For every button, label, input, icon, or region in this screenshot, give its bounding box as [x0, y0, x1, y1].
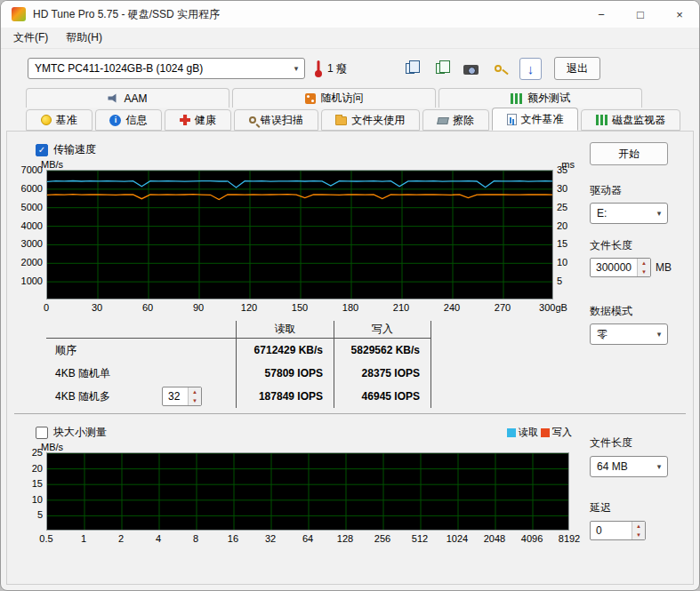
tab-label: 额外测试 — [527, 91, 570, 106]
tab-folder-usage[interactable]: 文件夹使用 — [321, 109, 421, 131]
block-size-sidebar: 文件长度 64 MB ▾ 延迟 0 ▲ ▼ — [590, 419, 689, 547]
sequential-write-value: 5829562 KB/s — [334, 339, 431, 362]
row-sequential-label: 顺序 — [46, 339, 236, 362]
tab-row-2: 基准 i 信息 健康 错误扫描 文件夹使用 擦除 — [26, 108, 683, 131]
tab-label: 文件夹使用 — [351, 113, 405, 128]
tab-disk-monitor[interactable]: 磁盘监视器 — [581, 109, 680, 131]
block-size-plot — [46, 452, 569, 531]
spin-down-icon[interactable]: ▼ — [638, 268, 650, 276]
4k-single-write-value: 28375 IOPS — [334, 362, 431, 385]
spinner-arrows: ▲ ▼ — [637, 259, 650, 276]
y-axis-unit: MB/s — [41, 159, 63, 170]
transfer-speed-graph: 1000200030004000500060007000 51015202530… — [11, 170, 590, 299]
temperature-display: 1 癈 — [314, 59, 347, 78]
app-icon — [12, 7, 26, 21]
block-file-length-label: 文件长度 — [590, 435, 689, 451]
transfer-speed-section: ✓ 传输速度 MB/s ms 1000200030004000500060007… — [11, 135, 689, 408]
block-file-length-select[interactable]: 64 MB ▾ — [590, 456, 668, 477]
chevron-down-icon: ▾ — [651, 209, 667, 218]
tab-health[interactable]: 健康 — [165, 109, 231, 131]
tab-random-access[interactable]: 随机访问 — [232, 88, 436, 108]
tab-label: 文件基准 — [521, 112, 564, 127]
exit-button[interactable]: 退出 — [554, 57, 600, 80]
copy-text-button[interactable] — [398, 58, 422, 79]
tab-benchmark[interactable]: 基准 — [26, 109, 93, 131]
spin-up-icon[interactable]: ▲ — [632, 522, 645, 531]
screenshot-button[interactable] — [459, 58, 482, 79]
read-legend-label: 读取 — [519, 426, 538, 439]
tab-label: 擦除 — [453, 113, 474, 128]
graph1-x-axis-labels: 0306090120150180210240270300gB — [46, 301, 553, 315]
read-column-header: 读取 — [236, 321, 334, 339]
row-4k-single-label: 4KB 随机单 — [46, 362, 236, 385]
block-size-graph: 510152025 — [11, 452, 590, 531]
legend: 读取 写入 — [507, 426, 572, 439]
spin-up-icon[interactable]: ▲ — [638, 259, 650, 268]
queue-depth-value: 32 — [163, 387, 188, 405]
spin-down-icon[interactable]: ▼ — [632, 531, 645, 539]
block-size-main: 块大小测量 读取 写入 MB/s 510152025 0.5124 — [11, 419, 590, 547]
menu-help[interactable]: 帮助(H) — [57, 28, 111, 48]
erase-icon — [437, 117, 449, 124]
spin-down-icon[interactable]: ▼ — [189, 396, 201, 405]
file-length-value: 300000 — [591, 259, 637, 276]
keys-icon — [495, 65, 502, 72]
disk-monitor-icon — [596, 115, 607, 125]
tab-file-benchmark[interactable]: 文件基准 — [492, 108, 579, 131]
4k-single-read-value: 57809 IOPS — [236, 362, 334, 385]
close-button[interactable]: × — [660, 1, 699, 28]
tab-erase[interactable]: 擦除 — [422, 109, 489, 131]
block-size-checkbox[interactable] — [36, 427, 48, 439]
copy-image-button[interactable] — [429, 58, 452, 79]
transfer-speed-plot — [46, 170, 553, 299]
delay-spinner[interactable]: 0 ▲ ▼ — [590, 521, 646, 540]
file-benchmark-panel: ✓ 传输速度 MB/s ms 1000200030004000500060007… — [6, 131, 694, 585]
tab-label: 磁盘监视器 — [612, 113, 665, 128]
chevron-down-icon: ▾ — [288, 64, 304, 73]
drive-letter-select[interactable]: E: ▾ — [590, 203, 668, 224]
drive-select-value: YMTC PC411-1024GB-B (1024 gB) — [35, 62, 203, 75]
tab-error-scan[interactable]: 错误扫描 — [234, 109, 318, 131]
spin-up-icon[interactable]: ▲ — [189, 387, 201, 396]
row-4k-multi-label: 4KB 随机多 32 ▲ ▼ — [46, 385, 236, 408]
copy-image-icon — [436, 63, 445, 74]
read-legend-swatch — [507, 428, 516, 437]
graph1-y-axis-labels: 1000200030004000500060007000 — [11, 170, 46, 299]
section-divider — [14, 413, 686, 414]
maximize-button[interactable]: □ — [621, 1, 660, 28]
block-size-section: 块大小测量 读取 写入 MB/s 510152025 0.5124 — [11, 419, 689, 547]
y-axis-unit: MB/s — [41, 442, 63, 452]
tab-label: 信息 — [125, 113, 147, 128]
minimize-button[interactable]: − — [582, 1, 621, 28]
write-legend-label: 写入 — [552, 426, 572, 439]
folder-usage-icon — [335, 116, 347, 125]
copy-text-icon — [406, 63, 414, 74]
random-access-icon — [305, 93, 316, 104]
tab-info[interactable]: i 信息 — [95, 109, 163, 131]
health-icon — [180, 115, 190, 125]
4k-multi-write-value: 46945 IOPS — [334, 385, 431, 408]
keys-button[interactable] — [489, 58, 512, 79]
toolbar: YMTC PC411-1024GB-B (1024 gB) ▾ 1 癈 ↓ 退出 — [1, 49, 699, 88]
graph2-x-axis-labels: 0.512481632641282565121024204840968192 — [46, 532, 569, 547]
menu-file[interactable]: 文件(F) — [4, 28, 57, 48]
tab-label: 错误扫描 — [261, 113, 303, 128]
thermometer-icon — [314, 59, 323, 78]
spinner-arrows: ▲ ▼ — [188, 387, 201, 405]
data-pattern-select[interactable]: 零 ▾ — [590, 323, 668, 345]
queue-depth-spinner[interactable]: 32 ▲ ▼ — [162, 387, 202, 406]
tab-label: AAM — [124, 92, 147, 105]
file-length-spinner[interactable]: 300000 ▲ ▼ — [590, 258, 651, 277]
results-table: 读取 写入 顺序 6712429 KB/s 5829562 KB/s 4KB 随… — [46, 321, 590, 408]
tab-extra-tests[interactable]: 额外测试 — [439, 88, 642, 108]
start-button[interactable]: 开始 — [590, 142, 668, 165]
info-icon: i — [109, 115, 121, 126]
drive-select[interactable]: YMTC PC411-1024GB-B (1024 gB) ▾ — [28, 58, 305, 79]
4k-multi-read-value: 187849 IOPS — [236, 385, 334, 408]
toolbar-buttons: ↓ — [398, 58, 542, 80]
temperature-value: 1 癈 — [327, 61, 347, 76]
transfer-speed-checkbox[interactable]: ✓ — [36, 144, 48, 156]
drive-letter-value: E: — [597, 207, 607, 220]
tab-aam[interactable]: AAM — [26, 88, 229, 108]
update-button[interactable]: ↓ — [519, 58, 542, 80]
